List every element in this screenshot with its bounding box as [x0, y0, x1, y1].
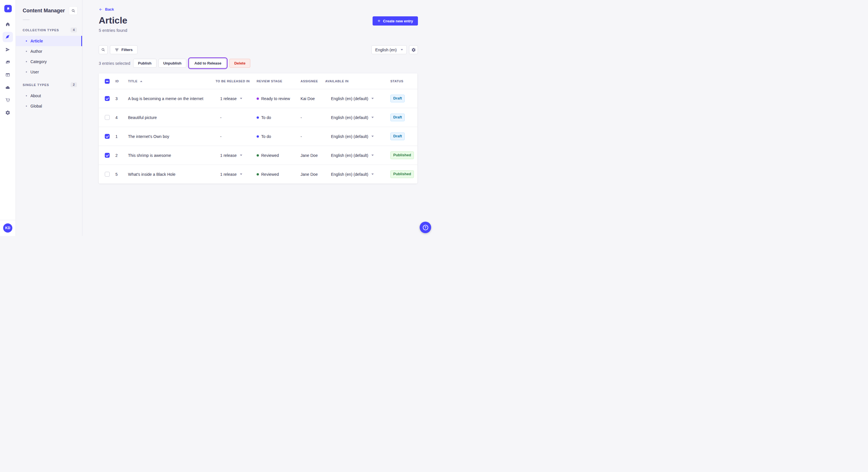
stage-dot-icon [257, 154, 259, 157]
cell-review-stage: Reviewed [255, 153, 299, 158]
cell-status: Published [388, 170, 417, 178]
rail-divider [0, 220, 16, 220]
subnav-search-button[interactable] [69, 6, 78, 15]
row-checkbox[interactable] [105, 134, 110, 139]
status-badge: Draft [391, 95, 405, 102]
filters-label: Filters [121, 47, 133, 52]
sidebar-item-category[interactable]: Category [16, 57, 82, 67]
release-dropdown[interactable]: 1 release [214, 172, 255, 177]
table-row[interactable]: 3 A bug is becoming a meme on the intern… [99, 89, 417, 108]
locale-dropdown[interactable]: English (en) (default) [323, 134, 388, 139]
locale-dropdown[interactable]: English (en) (default) [323, 96, 388, 101]
sidebar-item-author[interactable]: Author [16, 46, 82, 57]
list-toolbar: Filters English (en) [99, 45, 418, 54]
plus-icon: + [377, 19, 380, 23]
rail-item-marketplace[interactable] [0, 94, 16, 106]
publish-button[interactable]: Publish [133, 59, 156, 68]
sidebar-item-label: About [30, 94, 41, 98]
search-button[interactable] [99, 45, 107, 54]
column-header-available-in[interactable]: AVAILABLE IN [323, 79, 388, 83]
column-header-id[interactable]: ID [113, 79, 126, 83]
row-checkbox[interactable] [105, 153, 110, 158]
release-dropdown[interactable]: - [214, 134, 255, 139]
rail-item-deploy[interactable] [0, 81, 16, 94]
release-dropdown[interactable]: - [214, 115, 255, 120]
cell-review-stage: To do [255, 134, 299, 139]
create-new-entry-button[interactable]: + Create new entry [373, 16, 418, 26]
chevron-down-icon [371, 98, 374, 99]
cell-status: Published [388, 151, 417, 159]
locale-dropdown[interactable]: English (en) (default) [323, 172, 388, 177]
rail-item-media-library[interactable] [0, 56, 16, 69]
bullet-icon [26, 51, 27, 52]
bullet-icon [26, 61, 27, 62]
cell-id: 4 [113, 115, 126, 120]
delete-button[interactable]: Delete [229, 59, 250, 68]
table-row[interactable]: 4 Beautiful picture - To do - English (e… [99, 108, 417, 127]
bullet-icon [26, 40, 27, 42]
help-button[interactable]: ? [420, 222, 431, 233]
content-manager-subnav: Content Manager COLLECTION TYPES 4 Artic… [16, 0, 82, 236]
section-count-badge: 4 [71, 28, 77, 32]
sort-ascending-icon [140, 80, 143, 82]
chevron-down-icon [371, 136, 374, 137]
rail-item-content-type-builder[interactable] [0, 69, 16, 81]
column-header-review-stage[interactable]: REVIEW STAGE [255, 79, 299, 83]
locale-select[interactable]: English (en) [371, 45, 407, 54]
table-row[interactable]: 5 What's inside a Black Hole 1 release R… [99, 165, 417, 183]
column-header-release[interactable]: TO BE RELEASED IN [214, 79, 255, 83]
sidebar-item-label: Article [30, 39, 43, 43]
gear-icon [411, 47, 416, 52]
table-row[interactable]: 2 This shrimp is awesome 1 release Revie… [99, 146, 417, 165]
release-dropdown[interactable]: 1 release [214, 153, 255, 158]
view-settings-button[interactable] [409, 45, 418, 54]
sidebar-item-global[interactable]: Global [16, 101, 82, 111]
subnav-title: Content Manager [23, 8, 65, 14]
cell-title: A bug is becoming a meme on the internet [126, 96, 214, 101]
row-checkbox[interactable] [105, 172, 110, 177]
status-badge: Draft [391, 113, 405, 121]
back-link[interactable]: Back [99, 7, 114, 11]
table-row[interactable]: 1 The internet's Own boy - To do - Engli… [99, 127, 417, 146]
select-all-checkbox[interactable] [105, 79, 110, 84]
release-dropdown[interactable]: 1 release [214, 96, 255, 101]
paper-plane-icon [3, 44, 13, 55]
cell-status: Draft [388, 133, 417, 140]
locale-dropdown[interactable]: English (en) (default) [323, 115, 388, 120]
sidebar-item-article[interactable]: Article [16, 36, 82, 46]
stage-dot-icon [257, 116, 259, 119]
add-to-release-button[interactable]: Add to Release [189, 59, 226, 68]
rail-item-settings[interactable] [0, 106, 16, 119]
row-checkbox[interactable] [105, 96, 110, 101]
locale-dropdown[interactable]: English (en) (default) [323, 153, 388, 158]
cell-assignee: - [299, 134, 323, 139]
row-checkbox[interactable] [105, 115, 110, 120]
media-library-icon [3, 57, 13, 67]
rail-item-content-manager[interactable] [0, 31, 16, 43]
status-badge: Published [391, 170, 414, 178]
sidebar-item-label: Category [30, 59, 47, 64]
cart-icon [3, 95, 13, 105]
cell-id: 1 [113, 134, 126, 139]
column-header-status[interactable]: STATUS [388, 79, 417, 83]
rail-nav-list [0, 18, 16, 119]
cell-title: The internet's Own boy [126, 134, 214, 139]
page-title: Article [99, 15, 127, 26]
rail-item-home[interactable] [0, 18, 16, 31]
arrow-left-icon [99, 7, 103, 11]
column-header-assignee[interactable]: ASSIGNEE [299, 79, 323, 83]
section-label: SINGLE TYPES [23, 83, 49, 87]
cell-id: 5 [113, 172, 126, 177]
filters-button[interactable]: Filters [110, 45, 137, 54]
rail-item-releases[interactable] [0, 43, 16, 56]
cell-status: Draft [388, 95, 417, 102]
sidebar-item-label: User [30, 70, 39, 74]
stage-dot-icon [257, 173, 259, 175]
sidebar-item-user[interactable]: User [16, 67, 82, 77]
user-avatar[interactable]: KD [3, 224, 12, 233]
sidebar-item-label: Global [30, 104, 42, 108]
sidebar-item-about[interactable]: About [16, 91, 82, 101]
column-header-title[interactable]: TITLE [126, 79, 214, 83]
strapi-logo[interactable] [4, 5, 12, 12]
unpublish-button[interactable]: Unpublish [158, 59, 187, 68]
